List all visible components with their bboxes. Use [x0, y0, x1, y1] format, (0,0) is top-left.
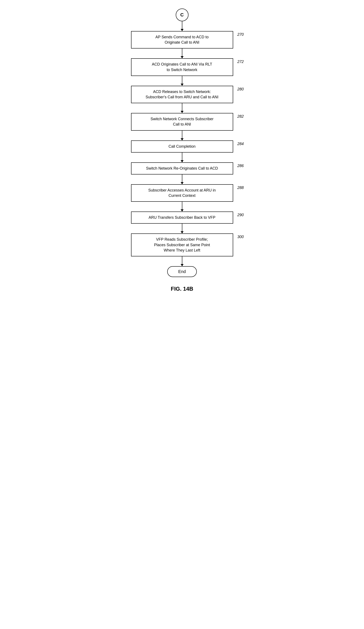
arrow-1 [179, 21, 185, 31]
arrow-9 [179, 224, 185, 233]
step-284-box: Call Completion [131, 141, 233, 153]
step-290-wrapper: ARU Transfers Subscriber Back to VFP 290 [108, 211, 256, 224]
step-286-number: 286 [237, 164, 243, 168]
arrow-8 [179, 202, 185, 211]
step-300-wrapper: VFP Reads Subscriber Profile; Places Sub… [108, 233, 256, 256]
arrow-3 [179, 76, 185, 86]
step-280-box: ACD Releases to Switch Network: Subscrib… [131, 86, 233, 103]
figure-label: FIG. 14B [171, 286, 193, 292]
arrow-7 [179, 174, 185, 184]
step-288-wrapper: Subscriber Accesses Account at ARU in Cu… [108, 184, 256, 202]
step-286-box: Switch Network Re-Originates Call to ACD [131, 162, 233, 174]
step-300-box: VFP Reads Subscriber Profile; Places Sub… [131, 233, 233, 256]
step-272-text: ACD Originates Call to ANI Via RLT to Sw… [152, 62, 212, 72]
step-300-text: VFP Reads Subscriber Profile; Places Sub… [154, 237, 210, 252]
end-terminal: End [167, 266, 197, 277]
arrow-4 [179, 103, 185, 113]
step-288-number: 288 [237, 185, 243, 190]
step-284-text: Call Completion [168, 144, 196, 149]
step-282-text: Switch Network Connects Subscriber Call … [150, 117, 213, 126]
flowchart-diagram: C AP Sends Command to ACD to Originate C… [108, 8, 256, 292]
arrow-10 [179, 256, 185, 266]
start-connector: C [176, 8, 189, 21]
step-280-text: ACD Releases to Switch Network: Subscrib… [145, 90, 219, 99]
step-288-text: Subscriber Accesses Account at ARU in Cu… [148, 188, 216, 198]
arrow-6 [179, 153, 185, 162]
step-270-box: AP Sends Command to ACD to Originate Cal… [131, 31, 233, 48]
step-270-wrapper: AP Sends Command to ACD to Originate Cal… [108, 31, 256, 48]
step-288-box: Subscriber Accesses Account at ARU in Cu… [131, 184, 233, 202]
step-272-box: ACD Originates Call to ANI Via RLT to Sw… [131, 58, 233, 76]
step-280-number: 280 [237, 87, 243, 92]
step-282-wrapper: Switch Network Connects Subscriber Call … [108, 113, 256, 131]
arrow-5 [179, 131, 185, 141]
step-270-number: 270 [237, 32, 243, 37]
step-290-number: 290 [237, 213, 243, 217]
step-282-number: 282 [237, 114, 243, 119]
step-282-box: Switch Network Connects Subscriber Call … [131, 113, 233, 131]
step-290-box: ARU Transfers Subscriber Back to VFP [131, 211, 233, 224]
step-272-wrapper: ACD Originates Call to ANI Via RLT to Sw… [108, 58, 256, 76]
arrow-2 [179, 48, 185, 58]
step-284-wrapper: Call Completion 284 [108, 141, 256, 153]
step-300-number: 300 [237, 235, 243, 239]
step-290-text: ARU Transfers Subscriber Back to VFP [148, 215, 215, 220]
step-272-number: 272 [237, 60, 243, 64]
step-280-wrapper: ACD Releases to Switch Network: Subscrib… [108, 86, 256, 103]
step-270-text: AP Sends Command to ACD to Originate Cal… [155, 35, 209, 44]
step-286-wrapper: Switch Network Re-Originates Call to ACD… [108, 162, 256, 174]
step-286-text: Switch Network Re-Originates Call to ACD [146, 166, 218, 170]
step-284-number: 284 [237, 142, 243, 146]
